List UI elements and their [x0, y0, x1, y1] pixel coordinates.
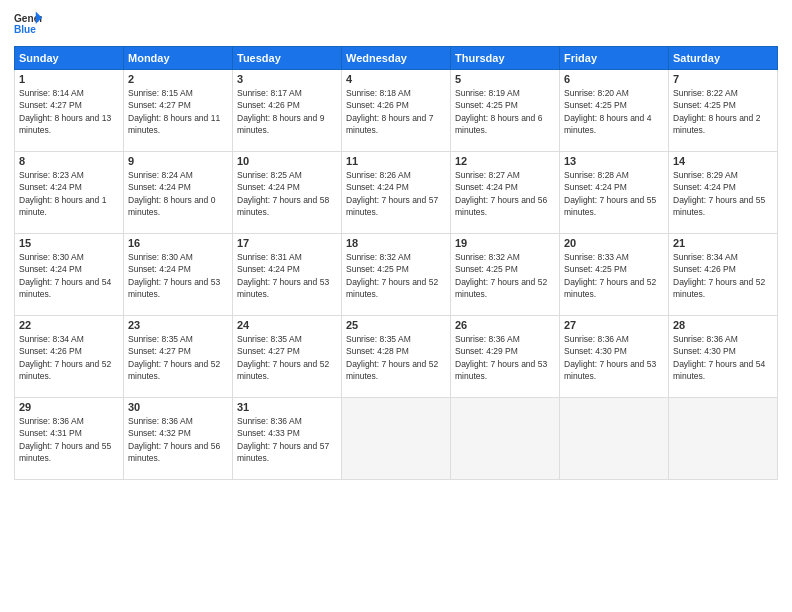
- day-info: Sunrise: 8:22 AMSunset: 4:25 PMDaylight:…: [673, 87, 773, 136]
- calendar-cell: 29Sunrise: 8:36 AMSunset: 4:31 PMDayligh…: [15, 398, 124, 480]
- calendar-cell: 15Sunrise: 8:30 AMSunset: 4:24 PMDayligh…: [15, 234, 124, 316]
- day-number: 4: [346, 73, 446, 85]
- day-info: Sunrise: 8:24 AMSunset: 4:24 PMDaylight:…: [128, 169, 228, 218]
- day-number: 23: [128, 319, 228, 331]
- calendar-cell: 30Sunrise: 8:36 AMSunset: 4:32 PMDayligh…: [124, 398, 233, 480]
- day-info: Sunrise: 8:35 AMSunset: 4:28 PMDaylight:…: [346, 333, 446, 382]
- day-info: Sunrise: 8:29 AMSunset: 4:24 PMDaylight:…: [673, 169, 773, 218]
- day-number: 29: [19, 401, 119, 413]
- day-number: 10: [237, 155, 337, 167]
- calendar-cell: 7Sunrise: 8:22 AMSunset: 4:25 PMDaylight…: [669, 70, 778, 152]
- day-number: 22: [19, 319, 119, 331]
- day-number: 19: [455, 237, 555, 249]
- day-info: Sunrise: 8:35 AMSunset: 4:27 PMDaylight:…: [128, 333, 228, 382]
- day-number: 26: [455, 319, 555, 331]
- day-info: Sunrise: 8:36 AMSunset: 4:32 PMDaylight:…: [128, 415, 228, 464]
- day-info: Sunrise: 8:25 AMSunset: 4:24 PMDaylight:…: [237, 169, 337, 218]
- day-info: Sunrise: 8:18 AMSunset: 4:26 PMDaylight:…: [346, 87, 446, 136]
- calendar-cell: 23Sunrise: 8:35 AMSunset: 4:27 PMDayligh…: [124, 316, 233, 398]
- day-info: Sunrise: 8:36 AMSunset: 4:33 PMDaylight:…: [237, 415, 337, 464]
- calendar-cell: 19Sunrise: 8:32 AMSunset: 4:25 PMDayligh…: [451, 234, 560, 316]
- calendar-cell: 11Sunrise: 8:26 AMSunset: 4:24 PMDayligh…: [342, 152, 451, 234]
- day-number: 15: [19, 237, 119, 249]
- day-info: Sunrise: 8:27 AMSunset: 4:24 PMDaylight:…: [455, 169, 555, 218]
- calendar-cell: 9Sunrise: 8:24 AMSunset: 4:24 PMDaylight…: [124, 152, 233, 234]
- day-header-thursday: Thursday: [451, 47, 560, 70]
- logo: General Blue: [14, 10, 42, 38]
- calendar-cell: 4Sunrise: 8:18 AMSunset: 4:26 PMDaylight…: [342, 70, 451, 152]
- calendar-cell: 25Sunrise: 8:35 AMSunset: 4:28 PMDayligh…: [342, 316, 451, 398]
- day-number: 20: [564, 237, 664, 249]
- day-info: Sunrise: 8:20 AMSunset: 4:25 PMDaylight:…: [564, 87, 664, 136]
- day-info: Sunrise: 8:14 AMSunset: 4:27 PMDaylight:…: [19, 87, 119, 136]
- calendar-cell: 24Sunrise: 8:35 AMSunset: 4:27 PMDayligh…: [233, 316, 342, 398]
- day-header-tuesday: Tuesday: [233, 47, 342, 70]
- calendar-cell: 27Sunrise: 8:36 AMSunset: 4:30 PMDayligh…: [560, 316, 669, 398]
- day-info: Sunrise: 8:15 AMSunset: 4:27 PMDaylight:…: [128, 87, 228, 136]
- calendar-container: General Blue SundayMondayTuesdayWednesda…: [0, 0, 792, 612]
- day-number: 31: [237, 401, 337, 413]
- day-number: 24: [237, 319, 337, 331]
- day-header-sunday: Sunday: [15, 47, 124, 70]
- header: General Blue: [14, 10, 778, 38]
- calendar-cell: 13Sunrise: 8:28 AMSunset: 4:24 PMDayligh…: [560, 152, 669, 234]
- day-info: Sunrise: 8:36 AMSunset: 4:31 PMDaylight:…: [19, 415, 119, 464]
- calendar-cell: 20Sunrise: 8:33 AMSunset: 4:25 PMDayligh…: [560, 234, 669, 316]
- calendar-cell: 2Sunrise: 8:15 AMSunset: 4:27 PMDaylight…: [124, 70, 233, 152]
- calendar-cell: 10Sunrise: 8:25 AMSunset: 4:24 PMDayligh…: [233, 152, 342, 234]
- day-number: 16: [128, 237, 228, 249]
- calendar-cell: 31Sunrise: 8:36 AMSunset: 4:33 PMDayligh…: [233, 398, 342, 480]
- day-info: Sunrise: 8:28 AMSunset: 4:24 PMDaylight:…: [564, 169, 664, 218]
- day-info: Sunrise: 8:34 AMSunset: 4:26 PMDaylight:…: [19, 333, 119, 382]
- calendar-cell: 1Sunrise: 8:14 AMSunset: 4:27 PMDaylight…: [15, 70, 124, 152]
- day-info: Sunrise: 8:36 AMSunset: 4:29 PMDaylight:…: [455, 333, 555, 382]
- day-header-friday: Friday: [560, 47, 669, 70]
- day-info: Sunrise: 8:36 AMSunset: 4:30 PMDaylight:…: [564, 333, 664, 382]
- day-number: 27: [564, 319, 664, 331]
- calendar-cell: 3Sunrise: 8:17 AMSunset: 4:26 PMDaylight…: [233, 70, 342, 152]
- calendar-cell: 16Sunrise: 8:30 AMSunset: 4:24 PMDayligh…: [124, 234, 233, 316]
- day-header-saturday: Saturday: [669, 47, 778, 70]
- day-number: 12: [455, 155, 555, 167]
- calendar-cell: 18Sunrise: 8:32 AMSunset: 4:25 PMDayligh…: [342, 234, 451, 316]
- calendar-cell: 6Sunrise: 8:20 AMSunset: 4:25 PMDaylight…: [560, 70, 669, 152]
- day-number: 6: [564, 73, 664, 85]
- calendar-cell: 22Sunrise: 8:34 AMSunset: 4:26 PMDayligh…: [15, 316, 124, 398]
- day-number: 9: [128, 155, 228, 167]
- day-info: Sunrise: 8:35 AMSunset: 4:27 PMDaylight:…: [237, 333, 337, 382]
- calendar-cell: 26Sunrise: 8:36 AMSunset: 4:29 PMDayligh…: [451, 316, 560, 398]
- day-info: Sunrise: 8:33 AMSunset: 4:25 PMDaylight:…: [564, 251, 664, 300]
- calendar-table: SundayMondayTuesdayWednesdayThursdayFrid…: [14, 46, 778, 480]
- calendar-cell: 21Sunrise: 8:34 AMSunset: 4:26 PMDayligh…: [669, 234, 778, 316]
- day-number: 18: [346, 237, 446, 249]
- calendar-cell: [342, 398, 451, 480]
- day-info: Sunrise: 8:19 AMSunset: 4:25 PMDaylight:…: [455, 87, 555, 136]
- day-info: Sunrise: 8:34 AMSunset: 4:26 PMDaylight:…: [673, 251, 773, 300]
- logo-icon: General Blue: [14, 10, 42, 38]
- day-header-monday: Monday: [124, 47, 233, 70]
- svg-text:Blue: Blue: [14, 24, 36, 35]
- day-number: 7: [673, 73, 773, 85]
- day-info: Sunrise: 8:30 AMSunset: 4:24 PMDaylight:…: [19, 251, 119, 300]
- day-number: 11: [346, 155, 446, 167]
- calendar-cell: 5Sunrise: 8:19 AMSunset: 4:25 PMDaylight…: [451, 70, 560, 152]
- day-info: Sunrise: 8:23 AMSunset: 4:24 PMDaylight:…: [19, 169, 119, 218]
- day-number: 17: [237, 237, 337, 249]
- day-number: 14: [673, 155, 773, 167]
- calendar-cell: [451, 398, 560, 480]
- day-info: Sunrise: 8:36 AMSunset: 4:30 PMDaylight:…: [673, 333, 773, 382]
- day-info: Sunrise: 8:26 AMSunset: 4:24 PMDaylight:…: [346, 169, 446, 218]
- day-header-wednesday: Wednesday: [342, 47, 451, 70]
- day-info: Sunrise: 8:32 AMSunset: 4:25 PMDaylight:…: [455, 251, 555, 300]
- day-number: 28: [673, 319, 773, 331]
- calendar-cell: 17Sunrise: 8:31 AMSunset: 4:24 PMDayligh…: [233, 234, 342, 316]
- calendar-cell: 12Sunrise: 8:27 AMSunset: 4:24 PMDayligh…: [451, 152, 560, 234]
- day-number: 2: [128, 73, 228, 85]
- day-number: 8: [19, 155, 119, 167]
- calendar-cell: 14Sunrise: 8:29 AMSunset: 4:24 PMDayligh…: [669, 152, 778, 234]
- day-number: 25: [346, 319, 446, 331]
- day-number: 30: [128, 401, 228, 413]
- day-number: 5: [455, 73, 555, 85]
- calendar-cell: [669, 398, 778, 480]
- day-info: Sunrise: 8:32 AMSunset: 4:25 PMDaylight:…: [346, 251, 446, 300]
